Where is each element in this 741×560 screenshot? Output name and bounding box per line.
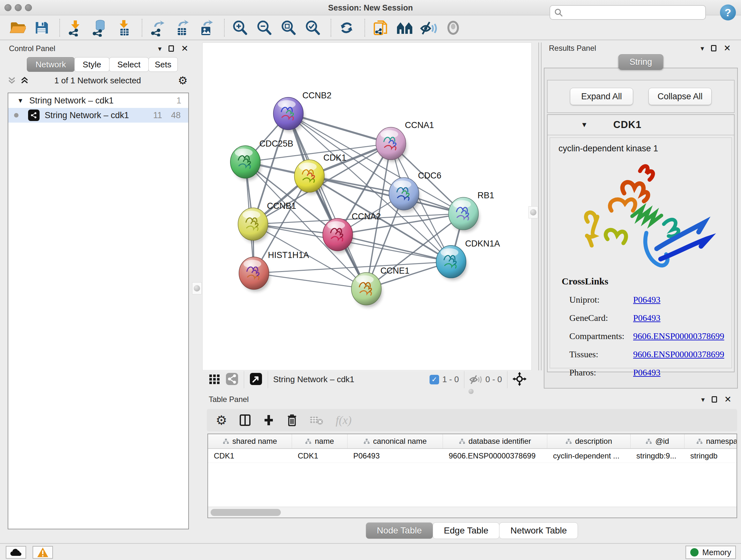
panel-menu-icon[interactable]: ▾ (701, 395, 704, 403)
zoom-in-button[interactable] (231, 19, 249, 37)
scrollbar-thumb[interactable] (211, 509, 281, 516)
table-cell[interactable]: cyclin-dependent ... (547, 449, 630, 462)
cloud-status-button[interactable] (6, 546, 26, 559)
table-row[interactable]: CDK1CDK1P064939606.ENSP00000378699cyclin… (208, 449, 737, 463)
tab-edge-table[interactable]: Edge Table (433, 522, 500, 539)
import-table-button[interactable] (115, 19, 133, 37)
node-label-CCNB1: CCNB1 (267, 201, 296, 211)
network-node-CDKN1A[interactable]: CDKN1A (436, 239, 500, 280)
memory-button[interactable]: Memory (685, 546, 736, 559)
share-view-button[interactable] (225, 372, 239, 387)
gene-section-header[interactable]: ▼ CDK1 (548, 115, 734, 135)
table-cell[interactable]: 9606.ENSP00000378699 (443, 449, 547, 462)
node-label-CCNA1: CCNA1 (405, 120, 434, 130)
gene-description: cyclin-dependent kinase 1 (550, 138, 731, 153)
table-cell[interactable]: stringdb (684, 449, 737, 462)
crosslink-row: Pharos: P06493 (569, 363, 724, 381)
help-button[interactable]: ? (720, 4, 736, 20)
import-network-database-button[interactable] (91, 19, 109, 37)
control-panel-tabs: Network Style Select Sets (27, 57, 178, 72)
clone-network-button[interactable] (372, 19, 389, 37)
column-header-canonical-name[interactable]: canonical name (347, 434, 443, 448)
network-node-CCNB1[interactable]: CCNB1 (238, 201, 296, 243)
column-header-name[interactable]: name (292, 434, 347, 448)
collapse-all-button[interactable]: Collapse All (649, 88, 712, 105)
right-splitter-grip[interactable] (529, 206, 538, 219)
zoom-out-button[interactable] (255, 19, 273, 37)
crosslink-link[interactable]: 9606.ENSP00000378699 (633, 331, 724, 341)
table-settings-button[interactable]: ⚙ (216, 413, 227, 428)
clear-table-button[interactable] (310, 415, 324, 426)
column-header-database-identifier[interactable]: database identifier (443, 434, 547, 448)
panel-menu-icon[interactable]: ▾ (158, 45, 161, 53)
selected-items-checkbox[interactable]: ✓ (429, 375, 439, 384)
warnings-button[interactable] (32, 546, 53, 559)
crosslink-link[interactable]: P06493 (633, 313, 661, 323)
network-collection-row[interactable]: ▼ String Network – cdk1 1 (8, 93, 188, 108)
tab-node-table[interactable]: Node Table (366, 522, 433, 539)
open-session-button[interactable] (8, 19, 26, 37)
crosslink-link[interactable]: 9606.ENSP00000378699 (633, 349, 724, 360)
add-column-button[interactable] (263, 414, 274, 427)
gene-expand-icon[interactable]: ▼ (581, 121, 588, 129)
table-cell[interactable]: stringdb:9... (630, 449, 684, 462)
panel-close-icon[interactable]: ✕ (181, 45, 188, 52)
export-table-button[interactable] (173, 19, 191, 37)
expand-all-button[interactable]: Expand All (570, 88, 633, 105)
collection-expand-icon[interactable]: ▼ (17, 97, 23, 105)
panel-float-icon[interactable] (711, 45, 717, 51)
function-builder-button[interactable]: f(x) (336, 414, 352, 427)
crosslink-link[interactable]: P06493 (633, 368, 661, 378)
network-node-CCNE1[interactable]: CCNE1 (351, 266, 409, 307)
export-network-button[interactable] (149, 19, 166, 37)
search-input[interactable] (563, 6, 705, 18)
save-session-button[interactable] (32, 19, 51, 37)
show-columns-button[interactable] (239, 414, 251, 427)
left-splitter-grip[interactable] (192, 282, 202, 294)
import-network-file-button[interactable] (66, 19, 84, 37)
hidden-items-icon[interactable] (469, 374, 482, 385)
table-cell[interactable]: CDK1 (292, 449, 347, 462)
panel-float-icon[interactable] (712, 396, 717, 402)
cloud-icon (10, 548, 22, 557)
tab-string[interactable]: String (618, 54, 664, 70)
grid-view-button[interactable] (208, 373, 221, 387)
binoculars-button[interactable] (396, 19, 414, 37)
network-edge-HIST1H1A-CCNE1[interactable] (254, 273, 366, 289)
zoom-selected-button[interactable] (304, 19, 322, 37)
panel-menu-icon[interactable]: ▾ (700, 44, 704, 52)
crosslink-link[interactable]: P06493 (633, 295, 661, 305)
column-header-namespace[interactable]: namespace (684, 434, 737, 448)
column-header-shared-name[interactable]: shared name (208, 434, 292, 448)
tab-style[interactable]: Style (74, 57, 110, 72)
table-cell[interactable]: P06493 (347, 449, 443, 462)
zoom-fit-button[interactable] (280, 19, 297, 37)
delete-column-button[interactable] (286, 414, 297, 427)
network-options-gear-icon[interactable]: ⚙ (178, 74, 188, 87)
tab-select[interactable]: Select (109, 57, 149, 72)
show-graphics-button[interactable] (444, 19, 462, 37)
hide-annotations-button[interactable] (420, 19, 438, 37)
table-cell[interactable]: CDK1 (208, 449, 292, 462)
apply-layout-button[interactable] (338, 19, 355, 37)
toolbar-separator (224, 19, 225, 37)
network-row-selected[interactable]: String Network – cdk1 11 48 (8, 108, 188, 123)
network-edge-CCNA2-CDKN1A[interactable] (338, 235, 451, 262)
panel-float-icon[interactable] (169, 45, 174, 52)
network-node-RB1[interactable]: RB1 (449, 191, 494, 232)
fit-content-button[interactable] (513, 372, 527, 387)
export-image-button[interactable] (197, 19, 215, 37)
tab-sets[interactable]: Sets (148, 57, 178, 72)
panel-close-icon[interactable]: ✕ (724, 396, 731, 402)
table-horizontal-scrollbar[interactable] (208, 507, 737, 517)
network-canvas[interactable]: CCNB2 CCNA1 CDC25B CDK1 CDC6 RB1 CCNB1 (202, 43, 532, 370)
column-header--id[interactable]: @id (630, 434, 684, 448)
network-edge-CCNB2-CCNE1[interactable] (288, 114, 366, 289)
tab-network[interactable]: Network (27, 57, 75, 72)
panel-close-icon[interactable]: ✕ (724, 45, 731, 51)
network-node-CCNA1[interactable]: CCNA1 (376, 120, 434, 162)
crosslinks-title: CrossLinks (562, 276, 608, 287)
tab-network-table[interactable]: Network Table (499, 522, 578, 539)
column-header-description[interactable]: description (547, 434, 630, 448)
birds-eye-view-button[interactable] (249, 372, 263, 387)
